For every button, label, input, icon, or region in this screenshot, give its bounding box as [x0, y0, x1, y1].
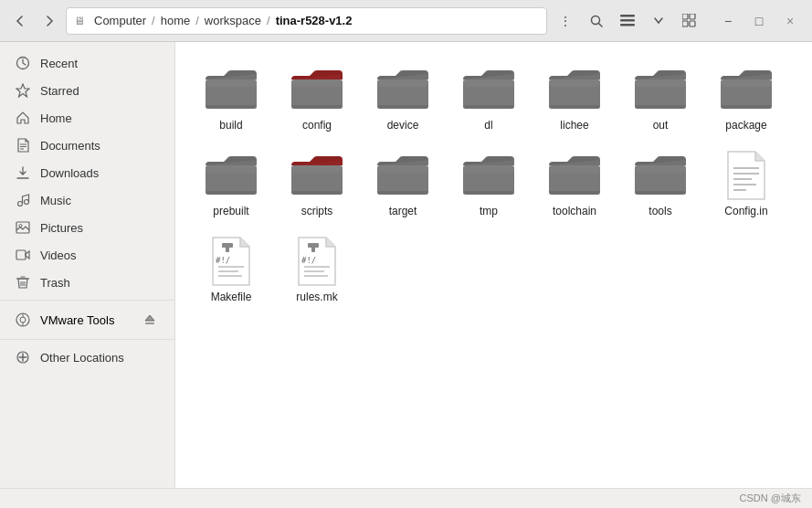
sidebar-item-downloads[interactable]: Downloads — [4, 160, 171, 185]
svg-rect-68 — [549, 191, 600, 195]
file-icon-tools — [631, 150, 690, 201]
file-item-rules.mk[interactable]: #!/ rules.mk — [276, 228, 358, 311]
file-item-target[interactable]: target — [362, 143, 444, 225]
svg-rect-50 — [635, 105, 686, 109]
search-button[interactable] — [582, 7, 611, 35]
sidebar-label-downloads: Downloads — [40, 166, 99, 180]
svg-rect-29 — [145, 323, 154, 324]
svg-rect-3 — [620, 19, 635, 22]
sidebar-item-documents[interactable]: Documents — [4, 132, 171, 158]
sidebar-item-vmware[interactable]: VMware Tools — [4, 305, 171, 334]
svg-rect-52 — [721, 79, 772, 87]
file-item-tools[interactable]: tools — [619, 143, 701, 225]
svg-rect-43 — [463, 79, 514, 87]
breadcrumb-current[interactable]: tina-r528-v1.2 — [272, 12, 356, 29]
documents-icon — [15, 137, 31, 153]
breadcrumb-home[interactable]: home — [157, 12, 195, 29]
minimize-button[interactable]: − — [713, 7, 743, 35]
sidebar-item-recent[interactable]: Recent — [4, 50, 171, 76]
list-view-button[interactable] — [613, 7, 642, 35]
file-item-build[interactable]: build — [190, 57, 272, 139]
trash-icon — [15, 274, 31, 291]
svg-rect-59 — [291, 191, 343, 195]
file-item-Config.in[interactable]: Config.in — [705, 143, 787, 225]
close-button[interactable]: × — [775, 7, 805, 35]
file-item-scripts[interactable]: scripts — [276, 143, 358, 225]
svg-rect-40 — [377, 79, 428, 87]
sidebar-label-pictures: Pictures — [40, 221, 83, 235]
svg-rect-82 — [222, 243, 233, 248]
file-item-prebuilt[interactable]: prebuilt — [190, 143, 272, 225]
svg-rect-49 — [635, 79, 686, 87]
sidebar-item-videos[interactable]: Videos — [4, 242, 171, 268]
file-label-out: out — [653, 119, 669, 132]
svg-rect-70 — [635, 165, 686, 173]
file-label-tmp: tmp — [480, 205, 498, 217]
maximize-button[interactable]: □ — [744, 7, 774, 35]
file-label-Config.in: Config.in — [724, 205, 767, 217]
file-item-out[interactable]: out — [619, 57, 701, 139]
file-icon-lichee — [545, 64, 604, 115]
sidebar-label-music: Music — [40, 194, 71, 207]
file-label-toolchain: toolchain — [553, 205, 596, 217]
sidebar-label-trash: Trash — [40, 276, 70, 290]
svg-rect-46 — [549, 79, 600, 87]
svg-rect-71 — [635, 191, 686, 195]
sidebar-section-drives: VMware Tools — [0, 300, 174, 335]
file-icon-target — [374, 150, 432, 201]
sidebar-item-home[interactable]: Home — [4, 105, 171, 131]
sidebar-label-starred: Starred — [40, 84, 79, 98]
file-item-lichee[interactable]: lichee — [533, 57, 616, 139]
svg-point-18 — [19, 225, 22, 228]
file-content-area: build config device dl lichee out pack — [175, 42, 812, 488]
svg-marker-28 — [145, 315, 154, 321]
file-label-config: config — [302, 119, 332, 132]
watermark-text: CSDN @城东 — [740, 492, 801, 505]
file-label-lichee: lichee — [560, 119, 588, 132]
svg-point-25 — [20, 317, 26, 323]
svg-rect-34 — [206, 79, 257, 87]
eject-button[interactable] — [140, 310, 160, 330]
breadcrumb-computer[interactable]: Computer — [90, 12, 150, 29]
svg-text:#!/: #!/ — [301, 256, 316, 265]
grid-view-button[interactable] — [675, 7, 704, 35]
file-item-dl[interactable]: dl — [448, 57, 530, 139]
svg-rect-62 — [377, 191, 428, 195]
sidebar-label-videos: Videos — [40, 249, 77, 262]
videos-icon — [15, 247, 31, 263]
breadcrumb-workspace[interactable]: workspace — [201, 12, 265, 29]
back-button[interactable] — [7, 8, 33, 34]
svg-rect-67 — [549, 165, 600, 173]
sidebar-item-other-locations[interactable]: Other Locations — [4, 344, 171, 370]
file-icon-build — [202, 64, 260, 115]
file-label-build: build — [219, 119, 242, 132]
breadcrumb-bar: 🖥 Computer / home / workspace / tina-r52… — [66, 7, 547, 35]
sidebar-item-music[interactable]: Music — [4, 187, 171, 213]
svg-rect-38 — [291, 105, 343, 109]
file-item-device[interactable]: device — [362, 57, 444, 139]
file-icon-Makefile: #!/ — [202, 236, 260, 287]
sidebar-item-starred[interactable]: Starred — [4, 78, 171, 103]
sidebar-item-trash[interactable]: Trash — [4, 270, 171, 295]
downloads-icon — [15, 164, 31, 181]
pictures-icon — [15, 219, 31, 236]
svg-rect-58 — [291, 165, 343, 173]
svg-rect-53 — [721, 105, 772, 109]
file-item-package[interactable]: package — [705, 57, 787, 139]
main-layout: Recent Starred Home Documents Downloads — [0, 42, 812, 488]
file-item-tmp[interactable]: tmp — [448, 143, 530, 225]
file-item-toolchain[interactable]: toolchain — [533, 143, 616, 225]
forward-button[interactable] — [37, 8, 62, 34]
recent-icon — [15, 55, 31, 71]
file-label-rules.mk: rules.mk — [296, 291, 337, 303]
more-options-button[interactable]: ⋮ — [551, 7, 580, 35]
file-icon-rules.mk: #!/ — [288, 236, 346, 287]
file-item-config[interactable]: config — [276, 57, 358, 139]
svg-rect-55 — [206, 165, 257, 173]
sidebar-item-pictures[interactable]: Pictures — [4, 215, 171, 240]
svg-rect-4 — [620, 24, 635, 26]
file-item-Makefile[interactable]: #!/ Makefile — [190, 228, 272, 311]
svg-rect-41 — [377, 105, 428, 109]
view-dropdown-button[interactable] — [644, 7, 673, 35]
file-icon-prebuilt — [202, 150, 260, 201]
